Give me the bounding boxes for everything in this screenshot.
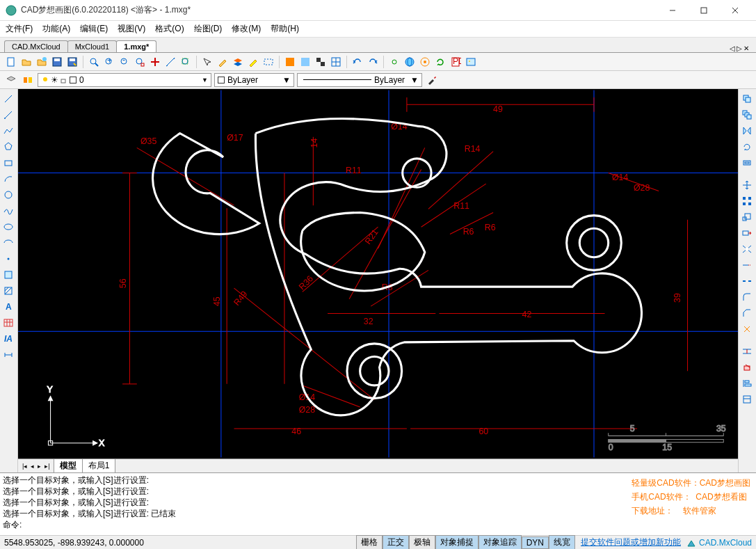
promo-link-2[interactable]: CAD梦想看图 [695,492,746,502]
rectangle-icon[interactable] [1,156,15,170]
table-icon[interactable] [1,316,15,330]
fillet-icon[interactable] [740,290,754,304]
doc-tab-mxcloud1[interactable]: MxCloud1 [67,40,118,52]
saveas-icon[interactable] [65,55,79,69]
zoom-out-icon[interactable]: - [118,55,131,69]
highlight-icon[interactable] [246,55,260,69]
checker-icon[interactable] [314,55,328,69]
join-icon[interactable] [740,344,754,358]
trim-icon[interactable] [740,242,754,256]
mirror-icon[interactable] [740,124,754,138]
mode-grid[interactable]: 栅格 [356,535,383,549]
zoom-icon[interactable] [87,55,101,69]
maximize-button[interactable] [688,1,719,20]
promo-link-1[interactable]: CAD梦想画图 [700,478,750,488]
spline-icon[interactable] [1,204,15,218]
menu-modify[interactable]: 修改(M) [232,23,261,35]
layers-icon[interactable] [231,55,245,69]
doc-tab-current[interactable]: 1.mxg* [116,40,156,52]
properties-icon[interactable] [740,392,754,406]
ellipse-icon[interactable] [1,220,15,234]
layout-next-icon[interactable]: ▸ [36,463,42,470]
arc-icon[interactable] [1,172,15,186]
drawing-canvas[interactable]: Ø35 Ø17 Ø14 R14 R11 R11 R21 R36 R49 R6 R… [18,89,738,459]
layer-states-icon[interactable] [21,73,35,87]
chamfer-icon[interactable] [740,306,754,320]
tab-next-icon[interactable]: ▷ [737,45,742,52]
layout-prev-icon[interactable]: ◂ [29,463,35,470]
rotate-icon[interactable] [740,140,754,154]
text-icon[interactable]: A [1,300,15,314]
refresh-icon[interactable] [433,55,447,69]
polygon-icon[interactable] [1,140,15,154]
mode-ortho[interactable]: 正交 [383,535,409,549]
color2-icon[interactable] [298,55,312,69]
menu-help[interactable]: 帮助(H) [271,23,299,35]
zoom-in-icon[interactable]: + [102,55,116,69]
zoom-window-icon[interactable] [179,55,193,69]
mode-otrack[interactable]: 对象追踪 [478,535,522,549]
doc-tab-cloud[interactable]: CAD.MxCloud [4,40,68,52]
extend-icon[interactable] [740,258,754,272]
layout-tab-1[interactable]: 布局1 [82,459,116,473]
menu-file[interactable]: 文件(F) [6,23,33,35]
polyline-icon[interactable] [1,124,15,138]
new-icon[interactable] [4,55,18,69]
copy-icon[interactable] [740,92,754,106]
pdf-icon[interactable]: PDF [449,55,463,69]
copy-multi-icon[interactable] [740,108,754,122]
menu-edit[interactable]: 编辑(E) [80,23,108,35]
color-selector[interactable]: ByLayer ▼ [214,73,294,87]
point-icon[interactable] [1,252,15,266]
brand-label[interactable]: CAD.MxCloud [686,538,752,548]
mode-lwt[interactable]: 线宽 [549,535,575,549]
pan-icon[interactable] [148,55,162,69]
tab-prev-icon[interactable]: ◁ [730,45,735,52]
explode-icon[interactable] [740,322,754,336]
menu-view[interactable]: 视图(V) [118,23,145,35]
mode-osnap[interactable]: 对象捕捉 [435,535,478,549]
layer-selector[interactable]: ☀ 0 ▼ [38,73,211,87]
align-icon[interactable] [740,376,754,390]
layout-first-icon[interactable]: |◂ [21,463,29,470]
menu-func[interactable]: 功能(A) [42,23,70,35]
globe-icon[interactable] [403,55,417,69]
array-icon[interactable] [740,194,754,208]
linetype-selector[interactable]: ByLayer ▼ [297,73,422,87]
save-icon[interactable] [50,55,64,69]
menu-draw[interactable]: 绘图(D) [194,23,223,35]
circle-icon[interactable] [1,188,15,202]
mode-dyn[interactable]: DYN [522,536,549,549]
hatch-icon[interactable] [1,284,15,298]
redo-icon[interactable] [366,55,380,69]
promo-link-3[interactable]: 软件管家 [683,506,716,516]
brush-icon[interactable] [425,73,439,87]
zoom-extents-icon[interactable] [133,55,147,69]
dimension-icon[interactable] [1,348,15,362]
wheel-icon[interactable] [418,55,432,69]
mode-polar[interactable]: 极轴 [409,535,435,549]
layer-manager-icon[interactable] [4,73,18,87]
select-icon[interactable] [200,55,214,69]
minimize-button[interactable] [657,1,688,20]
move-icon[interactable] [740,178,754,192]
measure-icon[interactable] [163,55,177,69]
command-line[interactable]: 选择一个目标对象，或输入[S]进行设置: 选择一个目标对象，或输入[S]进行设置… [0,472,756,535]
erase-icon[interactable] [740,360,754,374]
layout-last-icon[interactable]: ▸| [43,463,51,470]
scale-icon[interactable] [740,210,754,224]
line-icon[interactable] [1,92,15,106]
image-icon[interactable] [464,55,478,69]
mtext-icon[interactable]: IA [1,332,15,346]
color1-icon[interactable] [283,55,297,69]
break-icon[interactable] [740,274,754,288]
tab-close-icon[interactable]: ✕ [743,45,749,52]
stretch-icon[interactable] [740,226,754,240]
pencil-icon[interactable] [216,55,230,69]
open-cloud-icon[interactable] [35,55,49,69]
block-icon[interactable] [1,268,15,282]
close-button[interactable] [719,1,750,20]
layout-tab-model[interactable]: 模型 [54,459,83,473]
offset-icon[interactable] [740,156,754,170]
menu-format[interactable]: 格式(O) [155,23,184,35]
